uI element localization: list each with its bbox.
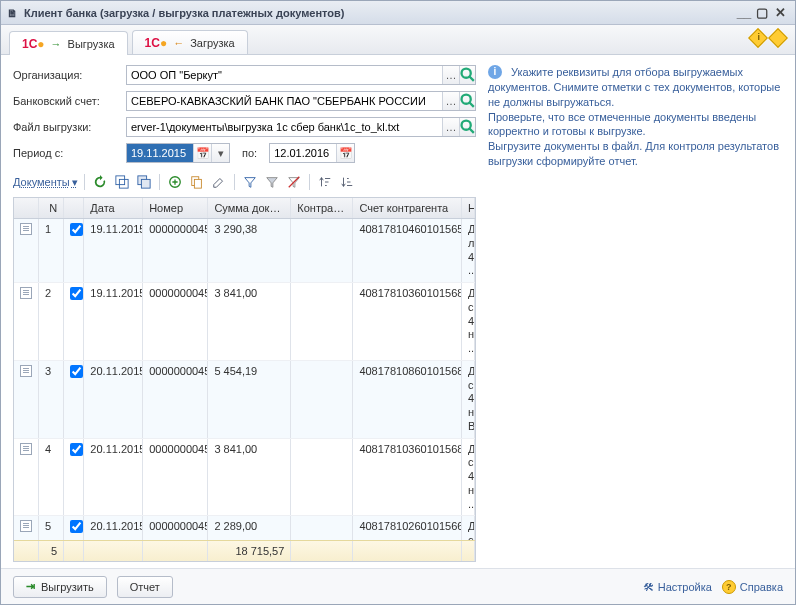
- date-from-cal-button[interactable]: 📅: [193, 144, 211, 162]
- cell-kontr: [291, 219, 353, 282]
- tab-import-label: Загрузка: [190, 37, 234, 49]
- arrow-left-orange-icon: ←: [173, 37, 184, 49]
- date-to-cal-button[interactable]: 📅: [336, 144, 354, 162]
- table-row[interactable]: 219.11.2015000000004563 841,004081781036…: [14, 283, 475, 361]
- cell-n: 2: [39, 283, 64, 360]
- svg-line-1: [469, 77, 474, 82]
- col-n[interactable]: N: [39, 198, 64, 218]
- org-open-button[interactable]: [459, 66, 475, 84]
- file-lookup-button[interactable]: …: [442, 118, 458, 136]
- bank-input[interactable]: [127, 92, 442, 110]
- warning-icon[interactable]: [768, 28, 788, 48]
- document-icon: [20, 443, 32, 455]
- tab-import[interactable]: 1C● ← Загрузка: [132, 30, 248, 54]
- settings-link[interactable]: 🛠 Настройка: [643, 581, 712, 593]
- document-icon: [20, 520, 32, 532]
- filter-off-button[interactable]: [285, 173, 303, 191]
- export-button[interactable]: ⇥ Выгрузить: [13, 576, 107, 598]
- export-button-label: Выгрузить: [41, 581, 94, 593]
- checkall-button[interactable]: [113, 173, 131, 191]
- table-row[interactable]: 520.11.2015000000004592 289,004081781026…: [14, 516, 475, 540]
- cell-sum: 3 290,38: [208, 219, 291, 282]
- row-checkbox[interactable]: [70, 223, 83, 236]
- bank-lookup-button[interactable]: …: [442, 92, 458, 110]
- sort-desc-button[interactable]: [338, 173, 356, 191]
- cell-desc: Для зачисления на л/счет 408178108601015…: [462, 361, 475, 438]
- date-from-spin[interactable]: ▾: [211, 144, 229, 162]
- org-label: Организация:: [13, 69, 118, 81]
- uncheckall-button[interactable]: [135, 173, 153, 191]
- to-label: по:: [242, 147, 257, 159]
- cell-date: 20.11.2015: [84, 439, 143, 516]
- info-circle-icon: i: [488, 65, 502, 79]
- col-check[interactable]: [64, 198, 84, 218]
- cell-kontr: [291, 283, 353, 360]
- row-checkbox[interactable]: [70, 520, 83, 533]
- info-icon[interactable]: [748, 28, 768, 48]
- help-link[interactable]: ? Справка: [722, 580, 783, 594]
- col-num[interactable]: Номер: [143, 198, 208, 218]
- close-button[interactable]: ✕: [771, 5, 789, 20]
- col-kontr[interactable]: Контрагент: [291, 198, 353, 218]
- bank-label: Банковский счет:: [13, 95, 118, 107]
- cell-acct: 40817810260101566505: [353, 516, 462, 540]
- window-title: Клиент банка (загрузка / выгрузка платеж…: [24, 7, 344, 19]
- file-label: Файл выгрузки:: [13, 121, 118, 133]
- cell-desc: Для зачисления на л/счет 408178102601015…: [462, 516, 475, 540]
- sort-asc-button[interactable]: [316, 173, 334, 191]
- org-lookup-button[interactable]: …: [442, 66, 458, 84]
- grid-body[interactable]: 119.11.2015000000004553 290,384081781046…: [14, 219, 475, 540]
- cell-acct: 40817810360101568393: [353, 283, 462, 360]
- cell-acct: 40817810860101568440: [353, 361, 462, 438]
- col-sum[interactable]: Сумма докумен...: [208, 198, 291, 218]
- edit-button[interactable]: [210, 173, 228, 191]
- row-checkbox[interactable]: [70, 365, 83, 378]
- documents-menu[interactable]: Документы▾: [13, 176, 78, 189]
- refresh-button[interactable]: [91, 173, 109, 191]
- copy-button[interactable]: [188, 173, 206, 191]
- info-line1: Укажите реквизиты для отбора выгружаемых…: [488, 66, 780, 108]
- cell-date: 19.11.2015: [84, 283, 143, 360]
- row-checkbox[interactable]: [70, 287, 83, 300]
- report-button-label: Отчет: [130, 581, 160, 593]
- cell-num: 00000000455: [143, 219, 208, 282]
- info-line3: Выгрузите документы в файл. Для контроля…: [488, 140, 779, 167]
- table-row[interactable]: 119.11.2015000000004553 290,384081781046…: [14, 219, 475, 283]
- table-row[interactable]: 420.11.2015000000004583 841,004081781036…: [14, 439, 475, 517]
- svg-rect-12: [194, 179, 201, 188]
- org-input[interactable]: [127, 66, 442, 84]
- filter-by-button[interactable]: [263, 173, 281, 191]
- file-open-button[interactable]: [459, 118, 475, 136]
- tab-export[interactable]: 1C● → Выгрузка: [9, 31, 128, 55]
- col-acct[interactable]: Счет контрагента: [353, 198, 462, 218]
- svg-rect-7: [119, 179, 128, 188]
- cell-desc: Для зачисления на лицевой счет 408178104…: [462, 219, 475, 282]
- total-sum: 18 715,57: [208, 541, 291, 561]
- row-checkbox[interactable]: [70, 443, 83, 456]
- minimize-button[interactable]: __: [735, 5, 753, 20]
- export-arrow-icon: ⇥: [26, 580, 35, 593]
- cell-kontr: [291, 439, 353, 516]
- date-to-input[interactable]: [270, 144, 336, 162]
- table-row[interactable]: 320.11.2015000000004575 454,194081781086…: [14, 361, 475, 439]
- col-icon[interactable]: [14, 198, 39, 218]
- report-button[interactable]: Отчет: [117, 576, 173, 598]
- bank-open-button[interactable]: [459, 92, 475, 110]
- date-from-input[interactable]: [127, 144, 193, 162]
- filter-button[interactable]: [241, 173, 259, 191]
- settings-icon: 🛠: [643, 581, 654, 593]
- svg-rect-6: [116, 176, 125, 185]
- cell-kontr: [291, 516, 353, 540]
- cell-acct: 40817810460101565801: [353, 219, 462, 282]
- add-button[interactable]: [166, 173, 184, 191]
- cell-num: 00000000456: [143, 283, 208, 360]
- cell-num: 00000000457: [143, 361, 208, 438]
- maximize-button[interactable]: ▢: [753, 5, 771, 20]
- file-input[interactable]: [127, 118, 442, 136]
- col-desc[interactable]: Назначение платежа: [462, 198, 475, 218]
- cell-desc: Для зачисления на л/счет 408178103601015…: [462, 439, 475, 516]
- cell-num: 00000000459: [143, 516, 208, 540]
- info-line2: Проверьте, что все отмеченные документы …: [488, 111, 756, 138]
- col-date[interactable]: Дата: [84, 198, 143, 218]
- svg-line-3: [469, 103, 474, 108]
